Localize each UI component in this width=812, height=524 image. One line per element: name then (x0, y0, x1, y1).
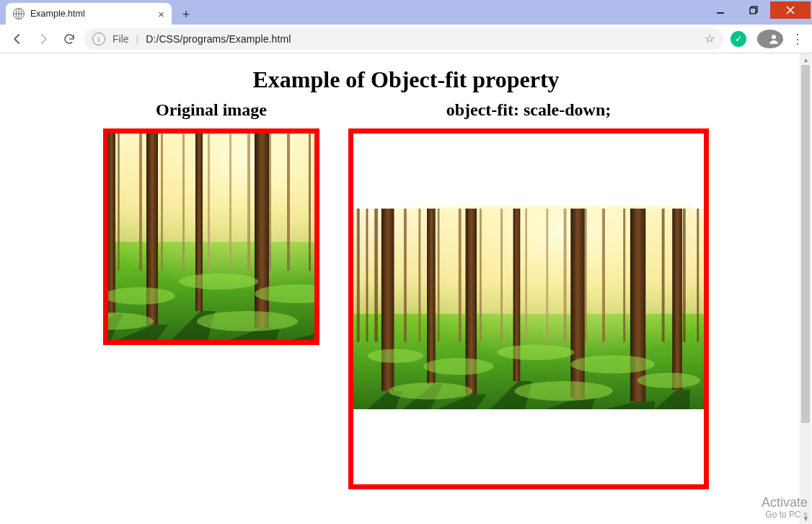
page-info-icon[interactable]: i (92, 32, 105, 45)
url-scheme-label: File (112, 33, 129, 45)
scaled-image-box (348, 128, 709, 489)
forest-image-scaled (353, 206, 704, 412)
globe-icon (13, 8, 25, 19)
scaled-image-inner (353, 206, 704, 412)
address-bar[interactable]: i File | D:/CSS/programs/Example.html ☆ (84, 28, 723, 50)
new-tab-button[interactable]: + (176, 4, 196, 25)
page-viewport: Example of Object-fit property Original … (0, 53, 812, 524)
svg-rect-46 (750, 8, 756, 14)
scrollbar-track[interactable] (800, 65, 811, 512)
scrollbar-thumb[interactable] (801, 65, 810, 423)
window-close-button[interactable] (770, 1, 811, 19)
window-titlebar: Example.html × + (0, 0, 812, 25)
browser-tab[interactable]: Example.html × (6, 3, 172, 25)
scaled-image-heading: object-fit: scale-down; (348, 100, 709, 120)
forest-image (108, 134, 314, 340)
original-image-heading: Original image (103, 100, 319, 120)
extension-badge-icon[interactable]: ✓ (731, 31, 746, 47)
nav-back-button[interactable] (6, 27, 29, 51)
vertical-scrollbar[interactable]: ▴ ▾ (800, 53, 811, 524)
window-restore-button[interactable] (737, 1, 770, 19)
original-image-column: Original image (103, 100, 319, 348)
svg-point-49 (772, 35, 776, 39)
profile-avatar-icon[interactable] (756, 30, 783, 48)
browser-toolbar: i File | D:/CSS/programs/Example.html ☆ … (0, 25, 812, 53)
scrollbar-down-arrow-icon[interactable]: ▾ (800, 512, 811, 524)
nav-forward-button[interactable] (32, 27, 55, 51)
scrollbar-up-arrow-icon[interactable]: ▴ (800, 53, 811, 65)
scaled-image-column: object-fit: scale-down; (348, 100, 709, 492)
nav-reload-button[interactable] (58, 27, 81, 51)
tab-strip: Example.html × + (0, 0, 704, 25)
content-columns: Original image object-fit: scale-down; (7, 100, 805, 492)
close-tab-button[interactable]: × (158, 9, 164, 19)
page-title: Example of Object-fit property (7, 66, 805, 93)
url-separator: | (136, 33, 139, 45)
tab-title: Example.html (30, 9, 85, 19)
bookmark-star-icon[interactable]: ☆ (705, 32, 715, 45)
original-image-box (103, 128, 319, 345)
url-path: D:/CSS/programs/Example.html (146, 33, 291, 45)
window-controls (704, 1, 811, 19)
browser-menu-button[interactable]: ⋮ (789, 31, 806, 47)
window-minimize-button[interactable] (704, 1, 737, 19)
